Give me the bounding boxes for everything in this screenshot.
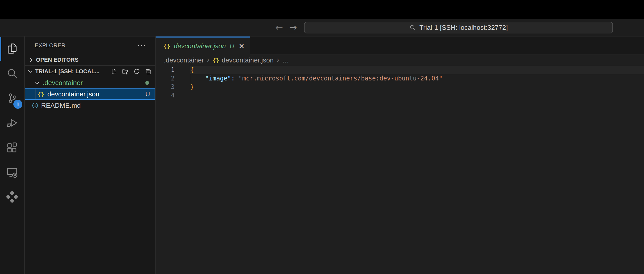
forward-arrow-icon[interactable]: → <box>289 22 297 33</box>
code-line[interactable]: 1 { <box>156 66 644 74</box>
workspace-section-header[interactable]: TRIAL-1 [SSH: LOCAL... <box>25 66 155 77</box>
sidebar-title: EXPLORER <box>35 42 65 49</box>
explorer-activity-button[interactable] <box>0 36 24 61</box>
line-number: 4 <box>156 91 175 100</box>
breadcrumb-symbol[interactable]: … <box>282 56 289 64</box>
json-file-icon: {} <box>213 57 220 63</box>
run-debug-activity-button[interactable] <box>0 111 24 135</box>
source-control-badge: 1 <box>13 100 22 109</box>
tree-item-devcontainer-json[interactable]: {} devcontainer.json U <box>25 88 155 100</box>
line-number: 2 <box>156 74 175 83</box>
run-and-debug-icon <box>6 117 18 129</box>
back-arrow-icon[interactable]: ← <box>275 22 283 33</box>
file-label: README.md <box>41 102 81 109</box>
info-icon <box>32 102 39 109</box>
tree-item-devcontainer-folder[interactable]: .devcontainer <box>25 77 155 88</box>
search-icon <box>6 67 18 80</box>
file-label: devcontainer.json <box>48 90 99 98</box>
new-file-icon[interactable] <box>110 68 117 75</box>
code-line[interactable]: 4 <box>156 91 644 100</box>
sidebar-header: EXPLORER ⋯ <box>25 36 155 54</box>
tab-bar: {} devcontainer.json U ✕ <box>156 36 644 54</box>
chevron-down-icon <box>27 68 34 75</box>
new-folder-icon[interactable] <box>121 68 129 75</box>
tab-devcontainer-json[interactable]: {} devcontainer.json U ✕ <box>156 36 250 55</box>
menubar-area <box>0 0 644 19</box>
containers-icon <box>6 191 18 203</box>
workbench: 1 <box>0 36 644 274</box>
indent-guide <box>35 89 35 99</box>
code-line[interactable]: 3 } <box>156 83 644 91</box>
folder-label: .devcontainer <box>43 79 83 87</box>
chevron-down-icon <box>34 80 40 86</box>
open-editors-label: OPEN EDITORS <box>36 57 79 63</box>
command-center[interactable]: Trial-1 [SSH: localhost:32772] <box>304 22 613 33</box>
vscode-window: ← → Trial-1 [SSH: localhost:32772] <box>0 0 644 274</box>
tab-git-untracked-badge: U <box>230 42 234 50</box>
close-icon[interactable]: ✕ <box>239 42 245 50</box>
breadcrumb: .devcontainer › {} devcontainer.json › … <box>156 54 644 66</box>
tree-item-readme[interactable]: README.md <box>25 100 155 111</box>
workspace-label: TRIAL-1 [SSH: LOCAL... <box>35 68 100 75</box>
search-icon <box>409 24 416 31</box>
line-number: 3 <box>156 83 175 91</box>
git-untracked-badge: U <box>145 90 150 98</box>
breadcrumb-file[interactable]: devcontainer.json <box>222 56 273 64</box>
more-actions-icon[interactable]: ⋯ <box>137 40 146 50</box>
search-activity-button[interactable] <box>0 61 24 86</box>
collapse-all-icon[interactable] <box>145 68 152 75</box>
json-file-icon: {} <box>37 91 44 97</box>
activity-bar: 1 <box>0 36 25 274</box>
tab-label: devcontainer.json <box>174 42 226 50</box>
breadcrumb-separator-icon: › <box>207 56 210 64</box>
source-control-activity-button[interactable]: 1 <box>0 86 24 111</box>
files-icon <box>6 43 18 55</box>
extensions-activity-button[interactable] <box>0 135 24 160</box>
explorer-sidebar: EXPLORER ⋯ OPEN EDITORS TRIAL-1 [SSH: LO… <box>25 36 156 274</box>
breadcrumb-folder[interactable]: .devcontainer <box>164 56 204 64</box>
open-editors-section-header[interactable]: OPEN EDITORS <box>25 54 155 66</box>
refresh-icon[interactable] <box>133 68 140 75</box>
breadcrumb-separator-icon: › <box>277 56 279 64</box>
containers-activity-button[interactable] <box>0 185 24 209</box>
window-title: Trial-1 [SSH: localhost:32772] <box>419 24 508 32</box>
remote-explorer-icon <box>6 166 18 178</box>
workspace-actions <box>110 68 152 75</box>
code-line[interactable]: 2 "image": "mcr.microsoft.com/devcontain… <box>156 74 644 83</box>
extensions-icon <box>6 141 18 154</box>
code-editor[interactable]: 1 { 2 "image": "mcr.microsoft.com/devcon… <box>156 66 644 100</box>
history-nav: ← → <box>275 19 297 36</box>
titlebar: ← → Trial-1 [SSH: localhost:32772] <box>0 19 644 36</box>
chevron-right-icon <box>28 57 34 63</box>
editor-group: {} devcontainer.json U ✕ .devcontainer ›… <box>156 36 644 274</box>
line-number: 1 <box>156 66 175 74</box>
git-modified-dot <box>145 81 149 85</box>
json-file-icon: {} <box>163 43 171 50</box>
remote-explorer-activity-button[interactable] <box>0 160 24 185</box>
